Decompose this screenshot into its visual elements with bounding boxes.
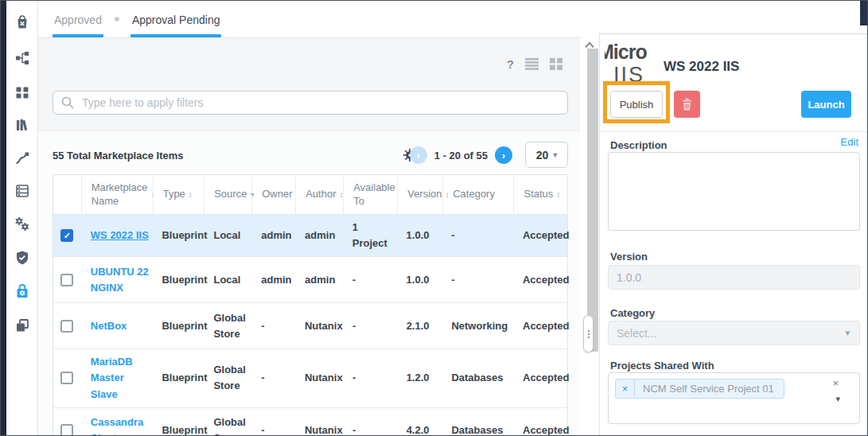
- sort-icon: ↕: [189, 189, 193, 200]
- policy-shield-icon[interactable]: [14, 249, 31, 267]
- grid-view-icon[interactable]: [550, 58, 562, 70]
- chevron-down-icon: ▾: [845, 328, 850, 338]
- cell-category: Networking: [442, 313, 513, 339]
- prev-page-button[interactable]: ‹: [410, 146, 427, 164]
- sidebar: [6, 1, 38, 435]
- search-icon: [61, 96, 74, 109]
- cell-status: Accepted: [513, 267, 567, 293]
- category-placeholder: Select...: [617, 327, 657, 340]
- row-checkbox[interactable]: [60, 424, 73, 436]
- item-logo-text-2: IIS: [613, 63, 654, 84]
- header-marketplace-name[interactable]: Marketplace Name↕: [81, 175, 153, 214]
- services-gears-icon[interactable]: [14, 216, 31, 233]
- content-section: 55 Total Marketplace Items ‹ 1 - 20 of 5…: [38, 132, 580, 435]
- cell-source: Global Store: [204, 306, 251, 347]
- page-size-select[interactable]: 20 ▾: [525, 142, 568, 168]
- header-owner: Owner: [251, 175, 295, 214]
- table-row[interactable]: UBUNTU 22 NGINX Blueprint Local admin ad…: [53, 257, 567, 303]
- marketplace-item-link[interactable]: NetBox: [91, 320, 127, 332]
- header-status[interactable]: Status↕: [513, 175, 567, 214]
- cell-category: -: [442, 223, 513, 248]
- scrollbar-track[interactable]: [587, 49, 598, 352]
- list-header: 55 Total Marketplace Items ‹ 1 - 20 of 5…: [53, 142, 568, 169]
- tab-approval-pending-underline: [130, 34, 222, 37]
- tab-approved-label: Approved: [53, 14, 103, 34]
- table-row[interactable]: MariaDB Master Slave Blueprint Global St…: [53, 349, 567, 407]
- workflow-icon[interactable]: [14, 150, 31, 167]
- trash-icon: [681, 98, 693, 111]
- version-label: Version: [610, 251, 648, 263]
- header-source[interactable]: Source▾: [204, 175, 251, 214]
- top-right-header-fragment: [860, 1, 867, 25]
- library-icon[interactable]: [14, 116, 31, 134]
- header-checkbox-col: [53, 175, 81, 214]
- description-textarea[interactable]: [608, 152, 860, 231]
- row-checkbox[interactable]: [60, 229, 73, 242]
- category-label: Category: [610, 307, 655, 319]
- list-view-icon[interactable]: [525, 58, 539, 70]
- help-icon[interactable]: ?: [507, 57, 514, 71]
- table-row[interactable]: WS 2022 IIS Blueprint Local admin admin …: [53, 215, 567, 257]
- next-page-button[interactable]: ›: [495, 146, 512, 164]
- tab-approval-pending-label: Approval Pending: [130, 14, 222, 34]
- splitter-drag-handle[interactable]: [583, 315, 594, 352]
- cell-type: Blueprint: [152, 267, 204, 293]
- panel-splitter: [580, 1, 599, 435]
- marketplace-item-link[interactable]: UBUNTU 22 NGINX: [91, 266, 149, 294]
- chevron-down-icon[interactable]: ▾: [835, 394, 840, 404]
- page-size-value: 20: [536, 149, 549, 162]
- row-checkbox[interactable]: [60, 320, 73, 333]
- cell-category: Databases: [442, 418, 513, 436]
- delete-button[interactable]: [674, 91, 700, 118]
- cell-owner: admin: [251, 223, 295, 248]
- marketplace-table: Marketplace Name↕ Type↕ Source▾ Owner Au…: [53, 174, 568, 436]
- tab-approval-pending[interactable]: Approval Pending: [130, 0, 222, 37]
- row-checkbox[interactable]: [60, 274, 73, 286]
- clear-all-icon[interactable]: ×: [832, 377, 839, 389]
- tab-approved[interactable]: Approved: [53, 0, 103, 37]
- apps-grid-icon[interactable]: [14, 84, 31, 101]
- table-row[interactable]: Cassandra Cluster Blueprint Global Store…: [53, 408, 567, 436]
- cell-author: Nutanix: [295, 365, 343, 391]
- publish-button[interactable]: Publish: [610, 91, 663, 118]
- marketplace-bag-icon[interactable]: [14, 14, 31, 31]
- projects-shared-label: Projects Shared With: [610, 360, 714, 372]
- cell-type: Blueprint: [152, 223, 204, 248]
- remove-tag-icon[interactable]: ×: [616, 380, 635, 398]
- marketplace-manager-window: Approved Approval Pending ?: [0, 0, 868, 436]
- cell-type: Blueprint: [152, 365, 204, 391]
- table-row[interactable]: NetBox Blueprint Global Store - Nutanix …: [53, 303, 567, 349]
- header-author[interactable]: Author↕: [295, 175, 343, 214]
- projects-multiselect[interactable]: × NCM Self Service Project 01 × ▾: [608, 372, 860, 424]
- version-field: 1.0.0: [608, 265, 860, 290]
- search-input[interactable]: [82, 96, 559, 109]
- edit-link[interactable]: Edit: [841, 136, 858, 148]
- cell-available-to: -: [343, 313, 397, 339]
- topology-icon[interactable]: [14, 49, 31, 67]
- header-type[interactable]: Type↕: [153, 175, 204, 214]
- marketplace-item-link[interactable]: Cassandra Cluster: [91, 416, 143, 436]
- cell-author: admin: [295, 223, 343, 248]
- cell-available-to: 1 Project: [343, 215, 397, 256]
- cell-type: Blueprint: [152, 418, 204, 436]
- header-version[interactable]: Version↕: [397, 175, 442, 214]
- row-checkbox[interactable]: [60, 372, 73, 384]
- filter-section: ?: [38, 38, 580, 131]
- view-tools: ?: [507, 57, 562, 71]
- infrastructure-icon[interactable]: [14, 182, 31, 200]
- cell-available-to: -: [343, 418, 397, 436]
- filter-search-box: [53, 91, 568, 115]
- launch-button[interactable]: Launch: [801, 91, 851, 118]
- marketplace-item-link[interactable]: MariaDB Master Slave: [91, 356, 133, 399]
- pagination-range: 1 - 20 of 55: [434, 150, 488, 162]
- projects-icon[interactable]: [14, 317, 31, 334]
- cell-version: 1.0.0: [397, 223, 442, 248]
- cell-status: Accepted: [513, 313, 567, 339]
- marketplace-item-link[interactable]: WS 2022 IIS: [91, 229, 149, 241]
- cell-author: Nutanix: [295, 418, 343, 436]
- table-body: WS 2022 IIS Blueprint Local admin admin …: [53, 215, 567, 436]
- marketplace-manager-lock-icon[interactable]: [14, 282, 31, 300]
- table-header-row: Marketplace Name↕ Type↕ Source▾ Owner Au…: [53, 175, 567, 215]
- detail-panel: Micro IIS WS 2022 IIS Publish Launch Des…: [599, 33, 867, 435]
- cell-type: Blueprint: [152, 313, 204, 339]
